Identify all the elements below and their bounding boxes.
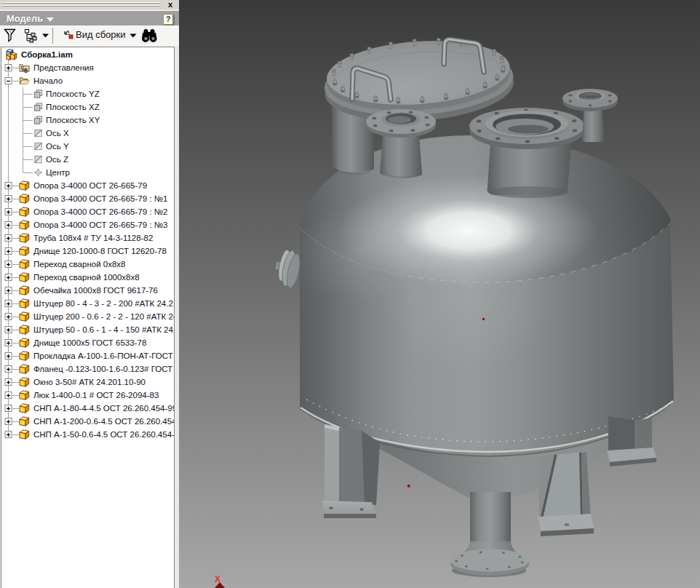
svg-text:Вид сборки: Вид сборки <box>76 29 126 40</box>
